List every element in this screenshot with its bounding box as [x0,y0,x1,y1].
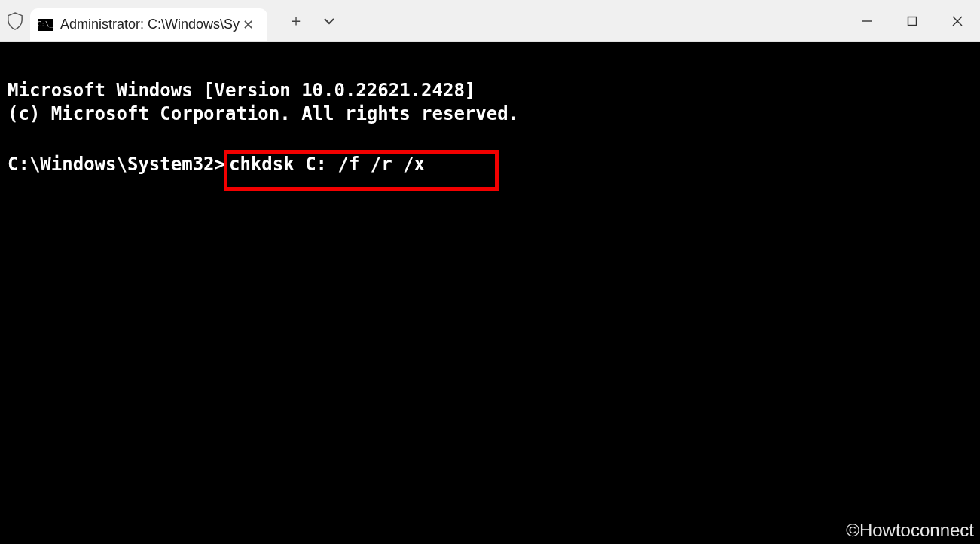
terminal-output[interactable]: Microsoft Windows [Version 10.0.22621.24… [0,42,980,544]
svg-rect-1 [908,17,917,25]
tab-bar: C:\_ Administrator: C:\Windows\Sy ✕ ＋ [0,0,980,42]
window-controls [844,0,980,41]
watermark-text: ©Howtoconnect [846,518,974,542]
tab-dropdown-button[interactable] [323,16,335,26]
active-tab[interactable]: C:\_ Administrator: C:\Windows\Sy ✕ [30,8,267,41]
command-highlight: chkdsk C: /f /r /x [224,150,499,191]
cmd-icon: C:\_ [38,19,53,31]
new-tab-button[interactable]: ＋ [289,11,304,31]
close-tab-button[interactable]: ✕ [240,15,257,35]
prompt-text: C:\Windows\System32> [8,154,225,175]
shield-icon [0,12,30,30]
output-line-version: Microsoft Windows [Version 10.0.22621.24… [8,80,475,101]
minimize-button[interactable] [844,0,890,41]
typed-command: chkdsk C: /f /r /x [229,154,425,175]
close-window-button[interactable] [935,0,980,41]
tab-title: Administrator: C:\Windows\Sy [60,17,240,32]
maximize-button[interactable] [890,0,935,41]
output-line-copyright: (c) Microsoft Corporation. All rights re… [8,103,519,124]
